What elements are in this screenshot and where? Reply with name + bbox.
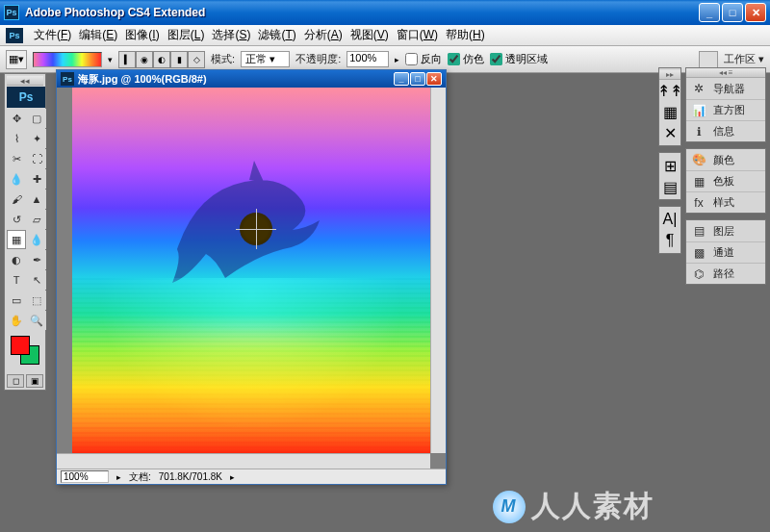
gradient-diamond-button[interactable]: ◇ [188,51,205,68]
brush-tool[interactable]: 🖌 [7,190,26,209]
menubar: Ps 文件(F)编辑(E)图像(I)图层(L)选择(S)滤镜(T)分析(A)视图… [0,25,770,46]
doc-minimize-button[interactable]: _ [394,72,409,86]
paragraph-panel-icon[interactable]: ¶ [660,230,680,251]
panel-swatches[interactable]: ▦色板 [686,170,765,191]
panel-icon-column: ▸▸ ↟↟ ▦ ✕ ⊞ ▤ A| ¶ [658,67,681,260]
shape-tool[interactable]: ▭ [7,291,26,310]
move-tool[interactable]: ✥ [7,109,26,128]
dither-checkbox[interactable]: 仿色 [448,52,484,66]
tool-preset-icon[interactable]: ▦▾ [6,50,27,69]
zoom-tool[interactable]: 🔍 [27,311,46,330]
tool-presets-icon[interactable]: ✕ [660,122,680,143]
menu-i[interactable]: 图像(I) [122,25,162,45]
wand-tool[interactable]: ✦ [27,129,46,148]
paragraph-icon[interactable]: ▤ [660,176,680,197]
transparency-checkbox[interactable]: 透明区域 [490,52,548,66]
blur-tool[interactable]: 💧 [27,230,46,249]
panel-channels[interactable]: ▩通道 [686,241,765,263]
gradient-reflected-button[interactable]: ▮ [170,51,188,68]
zoom-input[interactable] [61,470,109,483]
gradient-linear-button[interactable]: ▍ [118,51,136,68]
menu-h[interactable]: 帮助(H) [443,25,488,45]
doc-close-button[interactable]: ✕ [426,72,442,86]
opacity-label: 不透明度: [295,52,341,66]
clone-source-icon[interactable]: ▦ [660,101,680,122]
menu-f[interactable]: 文件(F) [31,25,74,45]
history-brush-tool[interactable]: ↺ [7,210,26,229]
swatches-icon: ▦ [690,174,707,190]
workspace-label[interactable]: 工作区 ▾ [724,52,764,66]
document-titlebar[interactable]: Ps 海豚.jpg @ 100%(RGB/8#) _ □ ✕ [57,70,446,88]
panel-dock: ◂◂ ≡✲导航器📊直方图ℹ信息 🎨颜色▦色板fx样式 ▤图层▩通道⌬路径 [685,67,766,291]
icon-col-header[interactable]: ▸▸ [659,70,680,80]
marquee-tool[interactable]: ▢ [27,109,46,128]
hand-tool[interactable]: ✋ [7,311,26,330]
maximize-button[interactable]: □ [722,3,743,22]
minimize-button[interactable]: _ [699,3,720,22]
gradient-preview[interactable] [33,52,102,67]
document-title: 海豚.jpg @ 100%(RGB/8#) [78,72,394,87]
doc-maximize-button[interactable]: □ [410,72,425,86]
gradient-radial-button[interactable]: ◉ [136,51,153,68]
canvas-area [57,88,446,469]
window-title: Adobe Photoshop CS4 Extended [25,6,699,19]
menu-t[interactable]: 滤镜(T) [255,25,298,45]
menu-a[interactable]: 分析(A) [301,25,346,45]
type-tool[interactable]: T [7,270,26,290]
paths-icon: ⌬ [690,266,707,282]
toolbox: ◂◂ Ps ✥ ▢ ⌇ ✦ ✂ ⛶ 💧 ✚ 🖌 ▲ ↺ ▱ ▦ 💧 ◐ ✒ T … [4,73,46,391]
doc-size-label: 文档: [129,470,151,484]
close-button[interactable]: ✕ [745,3,766,22]
heal-tool[interactable]: ✚ [27,169,46,189]
screen-mode-icon[interactable] [699,51,718,68]
panel-collapse[interactable]: ◂◂ ≡ [686,68,765,78]
stamp-tool[interactable]: ▲ [27,190,46,209]
ps-badge-icon[interactable]: Ps [6,28,23,43]
layers-icon: ▤ [690,223,707,239]
crop-tool[interactable]: ✂ [7,149,26,168]
panel-paths[interactable]: ⌬路径 [686,263,765,284]
lasso-tool[interactable]: ⌇ [7,129,26,148]
color-swatches [7,334,43,372]
screenmode-button[interactable]: ▣ [26,374,43,388]
menu-v[interactable]: 视图(V) [347,25,392,45]
navigator-icon: ✲ [690,81,707,96]
menu-s[interactable]: 选择(S) [209,25,253,45]
opacity-input[interactable]: 100% [346,51,389,67]
panel-info[interactable]: ℹ信息 [686,120,765,141]
panel-layers[interactable]: ▤图层 [686,220,765,241]
type-panel-icon[interactable]: A| [660,209,680,230]
slice-tool[interactable]: ⛶ [27,149,46,168]
menu-l[interactable]: 图层(L) [165,25,208,45]
panel-histogram[interactable]: 📊直方图 [686,99,765,120]
toolbox-header[interactable]: ◂◂ [7,76,43,86]
canvas[interactable] [72,88,430,453]
workspace: ◂◂ Ps ✥ ▢ ⌇ ✦ ✂ ⛶ 💧 ✚ 🖌 ▲ ↺ ▱ ▦ 💧 ◐ ✒ T … [0,73,770,532]
foreground-color[interactable] [11,336,30,355]
panel-navigator[interactable]: ✲导航器 [686,78,765,99]
eraser-tool[interactable]: ▱ [27,210,46,229]
mode-select[interactable]: 正常 ▾ [241,51,290,67]
ps-logo-icon: Ps [7,87,45,108]
color-icon: 🎨 [690,152,707,167]
pen-tool[interactable]: ✒ [27,250,46,269]
watermark-text: 人人素材 [531,487,654,526]
reverse-checkbox[interactable]: 反向 [405,52,442,66]
brush-preset-icon[interactable]: ↟↟ [660,80,680,101]
character-icon[interactable]: ⊞ [660,155,680,176]
gradient-tool[interactable]: ▦ [7,230,26,249]
panel-styles[interactable]: fx样式 [686,191,765,213]
vertical-scrollbar[interactable] [430,88,446,453]
styles-icon: fx [690,195,707,211]
horizontal-scrollbar[interactable] [57,453,430,469]
gradient-angle-button[interactable]: ◐ [153,51,170,68]
quickmask-button[interactable]: ◻ [7,374,24,388]
panel-color[interactable]: 🎨颜色 [686,149,765,170]
menu-e[interactable]: 编辑(E) [76,25,120,45]
menu-w[interactable]: 窗口(W) [394,25,441,45]
eyedropper-tool[interactable]: 💧 [7,169,26,189]
3d-tool[interactable]: ⬚ [27,291,46,310]
path-tool[interactable]: ↖ [27,270,46,290]
dodge-tool[interactable]: ◐ [7,250,26,269]
gradient-cursor-icon [240,213,272,245]
